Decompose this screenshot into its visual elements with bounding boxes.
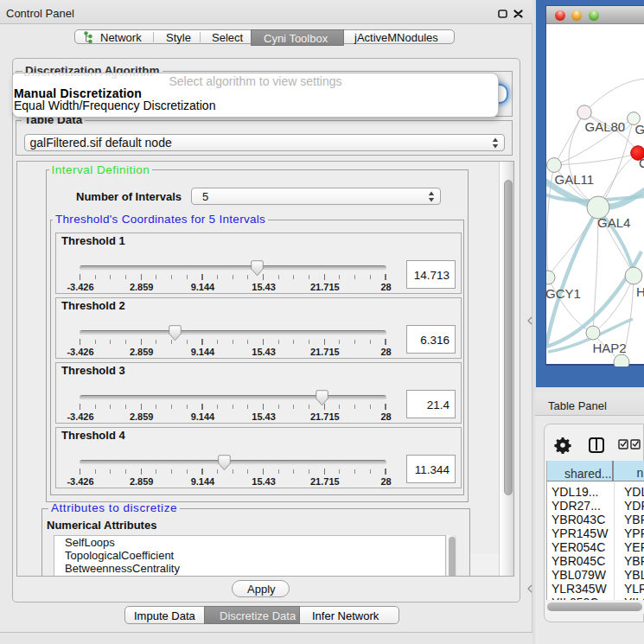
svg-text:GA: GA <box>635 122 644 137</box>
svg-text:GCY1: GCY1 <box>546 286 581 301</box>
svg-text:GAL80: GAL80 <box>585 119 626 134</box>
svg-text:HAP2: HAP2 <box>593 341 627 355</box>
svg-text:GAL4: GAL4 <box>597 215 630 230</box>
svg-text:GAL11: GAL11 <box>555 172 595 187</box>
svg-text:H: H <box>636 284 644 299</box>
svg-text:C: C <box>639 156 644 170</box>
